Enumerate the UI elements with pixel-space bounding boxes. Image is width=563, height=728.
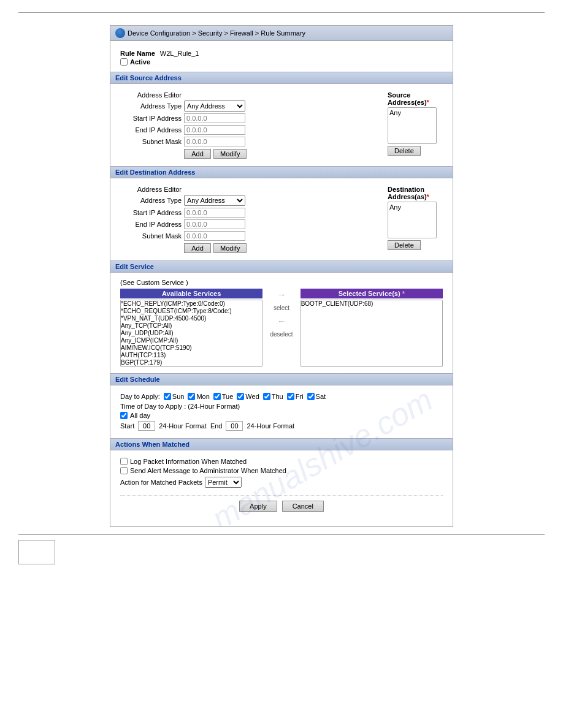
log-label: Log Packet Information When Matched xyxy=(130,458,247,465)
source-addr-type-select[interactable]: Any Address IP Address IP Range Subnet xyxy=(184,100,245,112)
active-label: Active xyxy=(130,58,150,66)
available-services-header: Available Services xyxy=(120,289,262,298)
day-thu-checkbox[interactable] xyxy=(263,393,270,400)
end-time-input[interactable] xyxy=(226,421,243,431)
destination-section-header: Edit Destination Address xyxy=(110,166,453,178)
alert-label: Send Alert Message to Administrator When… xyxy=(130,467,286,474)
source-add-button[interactable]: Add xyxy=(184,149,211,159)
deselect-arrow-icon: ← xyxy=(274,315,289,327)
day-thu-label: Thu xyxy=(263,393,283,400)
day-tue-checkbox[interactable] xyxy=(213,393,221,400)
source-subnet-label: Subnet Mask xyxy=(120,138,182,145)
action-select[interactable]: Permit Deny xyxy=(205,477,242,488)
log-checkbox[interactable] xyxy=(120,458,128,465)
selected-services-box: Selected Service(s) * BOOTP_CLIENT(UDP:6… xyxy=(301,289,443,367)
source-addr-type-label: Address Type xyxy=(120,102,182,110)
start-label: Start xyxy=(120,422,134,430)
actions-section: Log Packet Information When Matched Send… xyxy=(120,454,443,491)
allday-checkbox[interactable] xyxy=(120,412,128,419)
start-format-label: 24-Hour Format xyxy=(159,422,207,430)
schedule-section-header: Edit Schedule xyxy=(110,373,453,385)
day-tue-label: Tue xyxy=(213,393,234,400)
day-fri-label: Fri xyxy=(287,393,304,400)
schedule-section: Day to Apply: Sun Mon Tue xyxy=(120,389,443,434)
apply-button[interactable]: Apply xyxy=(239,501,277,512)
day-sun-label: Sun xyxy=(164,393,185,400)
services-container: Available Services *ECHO_REPLY(ICMP:Type… xyxy=(120,289,443,367)
source-list-label: Source Address(es)* xyxy=(388,91,443,106)
start-time-input[interactable] xyxy=(138,421,155,431)
dest-end-ip-label: End IP Address xyxy=(120,221,182,228)
cancel-button[interactable]: Cancel xyxy=(282,501,324,512)
dest-modify-button[interactable]: Modify xyxy=(213,243,247,253)
source-end-ip-input[interactable] xyxy=(184,125,245,135)
bottom-buttons: Apply Cancel xyxy=(120,495,443,519)
dest-addr-editor-label: Address Editor xyxy=(120,186,182,193)
dest-list-label: Destination Address(as)* xyxy=(388,186,443,200)
source-address-editor: Address Editor Address Type Any Address … xyxy=(120,88,443,162)
dest-add-button[interactable]: Add xyxy=(184,243,211,253)
selected-services-header: Selected Service(s) * xyxy=(301,289,443,298)
actions-section-header: Actions When Matched xyxy=(110,438,453,450)
select-label: select xyxy=(274,305,289,311)
day-sat-label: Sat xyxy=(307,393,326,400)
action-label: Action for Matched Packets xyxy=(120,479,202,486)
dest-addr-type-select[interactable]: Any Address IP Address IP Range Subnet xyxy=(184,195,245,206)
bottom-footer xyxy=(18,534,545,564)
breadcrumb: Device Configuration > Security > Firewa… xyxy=(128,29,305,37)
source-subnet-input[interactable] xyxy=(184,137,245,146)
day-mon-label: Mon xyxy=(188,393,209,400)
source-modify-button[interactable]: Modify xyxy=(213,149,247,159)
dest-subnet-input[interactable] xyxy=(184,231,245,241)
dest-addr-type-label: Address Type xyxy=(120,197,182,204)
dest-address-list[interactable]: Any xyxy=(388,202,437,238)
destination-address-editor: Address Editor Address Type Any Address … xyxy=(120,182,443,257)
source-addr-editor-label: Address Editor xyxy=(120,91,182,99)
source-address-list[interactable]: Any xyxy=(388,107,437,144)
footer-box xyxy=(18,540,55,564)
header-bar: Device Configuration > Security > Firewa… xyxy=(110,26,453,41)
selected-services-list[interactable]: BOOTP_CLIENT(UDP:68) xyxy=(301,300,443,367)
service-section-header: Edit Service xyxy=(110,260,453,273)
day-fri-checkbox[interactable] xyxy=(287,393,294,400)
allday-label: All day xyxy=(130,412,150,419)
dest-subnet-label: Subnet Mask xyxy=(120,232,182,240)
day-label: Day to Apply: xyxy=(120,393,160,400)
rule-info: Rule Name W2L_Rule_1 Active xyxy=(120,46,443,68)
end-format-label: 24-Hour Format xyxy=(247,422,294,430)
day-wed-checkbox[interactable] xyxy=(237,393,244,400)
dest-delete-button[interactable]: Delete xyxy=(388,240,421,250)
available-services-box: Available Services *ECHO_REPLY(ICMP:Type… xyxy=(120,289,262,367)
day-wed-label: Wed xyxy=(237,393,259,400)
dest-end-ip-input[interactable] xyxy=(184,219,245,229)
rule-name-label: Rule Name xyxy=(120,50,155,57)
deselect-label: deselect xyxy=(270,331,293,338)
see-custom-link[interactable]: (See Custom Service ) xyxy=(120,279,443,286)
source-start-ip-input[interactable] xyxy=(184,113,245,123)
dest-start-ip-input[interactable] xyxy=(184,208,245,218)
day-mon-checkbox[interactable] xyxy=(188,393,195,400)
service-section: (See Custom Service ) Available Services… xyxy=(120,276,443,370)
dest-start-ip-label: Start IP Address xyxy=(120,209,182,216)
end-label: End xyxy=(210,422,223,430)
rule-name-value: W2L_Rule_1 xyxy=(160,50,199,57)
select-arrow-icon: → xyxy=(274,289,289,301)
day-sun-checkbox[interactable] xyxy=(164,393,171,400)
select-deselect-controls: → select ← deselect xyxy=(267,289,295,338)
day-sat-checkbox[interactable] xyxy=(307,393,315,400)
alert-checkbox[interactable] xyxy=(120,467,128,474)
available-services-list[interactable]: *ECHO_REPLY(ICMP:Type:0/Code:0) *ECHO_RE… xyxy=(120,300,262,367)
source-delete-button[interactable]: Delete xyxy=(388,146,421,156)
time-label: Time of Day to Apply : (24-Hour Format) xyxy=(120,403,443,410)
source-section-header: Edit Source Address xyxy=(110,72,453,84)
globe-icon xyxy=(115,28,125,38)
source-start-ip-label: Start IP Address xyxy=(120,115,182,122)
source-end-ip-label: End IP Address xyxy=(120,126,182,134)
active-checkbox[interactable] xyxy=(120,58,128,66)
